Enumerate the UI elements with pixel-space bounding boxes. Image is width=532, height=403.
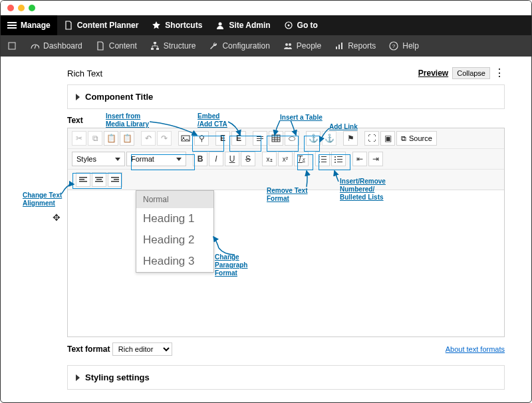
wrench-icon <box>209 41 218 51</box>
svg-rect-2 <box>7 27 17 29</box>
show-blocks-button[interactable]: ▣ <box>380 131 395 146</box>
svg-point-11 <box>289 43 291 46</box>
svg-rect-38 <box>95 177 103 178</box>
cut-button[interactable]: ✂ <box>72 131 86 146</box>
paste-button[interactable]: 📋 <box>104 131 118 146</box>
site-admin-menu[interactable]: Site Admin <box>209 15 277 35</box>
dashboard-link[interactable]: Dashboard <box>23 35 89 57</box>
svg-rect-1 <box>7 25 17 26</box>
manage-menu[interactable]: Manage <box>1 15 57 35</box>
svg-rect-39 <box>96 179 102 180</box>
redo-button[interactable]: ↷ <box>157 131 172 146</box>
about-text-formats-link[interactable]: About text formats <box>446 345 505 353</box>
align-right-button[interactable] <box>108 172 122 187</box>
paste-text-button[interactable]: 📋 <box>120 131 134 146</box>
content-link[interactable]: Content <box>89 35 144 57</box>
page-icon <box>64 21 73 30</box>
strikethrough-button[interactable]: S <box>241 152 255 166</box>
component-title-label: Component Title <box>85 92 153 102</box>
styles-dropdown[interactable]: Styles <box>72 152 125 166</box>
svg-point-3 <box>219 23 222 26</box>
italic-button[interactable]: I <box>209 152 223 166</box>
chevron-down-icon <box>176 158 182 161</box>
anchor-link-button[interactable]: ⚓ <box>306 131 321 146</box>
svg-rect-19 <box>257 136 263 137</box>
svg-rect-21 <box>257 140 261 141</box>
media-library-button[interactable] <box>178 131 193 146</box>
indent-button[interactable]: ⇥ <box>368 152 383 166</box>
preview-link[interactable]: Preview <box>418 68 448 78</box>
superscript-button[interactable]: x² <box>278 152 293 166</box>
svg-point-29 <box>334 156 336 158</box>
link-button[interactable]: ⬭ <box>285 131 299 146</box>
svg-rect-37 <box>79 181 87 182</box>
maximize-button[interactable]: ⛶ <box>364 131 379 146</box>
svg-rect-32 <box>337 159 342 160</box>
source-button[interactable]: ⧉ Source <box>396 131 437 146</box>
format-option-h2[interactable]: Heading 2 <box>136 229 213 251</box>
structure-link[interactable]: Structure <box>144 35 203 57</box>
shortcuts-menu[interactable]: Shortcuts <box>145 15 209 35</box>
blockquote-button[interactable] <box>253 131 267 146</box>
copy-button[interactable]: ⧉ <box>88 131 102 146</box>
numbered-list-button[interactable]: 123 <box>315 152 330 166</box>
svg-point-33 <box>334 162 336 163</box>
embed-cta-e1-button[interactable]: E <box>215 131 230 146</box>
svg-rect-43 <box>111 181 119 182</box>
content-planner-menu[interactable]: Content Planner <box>57 15 146 35</box>
format-option-h3[interactable]: Heading 3 <box>136 251 213 272</box>
underline-button[interactable]: U <box>225 152 239 166</box>
people-link[interactable]: People <box>277 35 328 57</box>
styling-settings-accordion[interactable]: Styling settings <box>67 365 505 390</box>
format-option-normal[interactable]: Normal <box>136 191 213 208</box>
format-label: Format <box>131 155 154 163</box>
target-icon <box>284 21 293 30</box>
bold-button[interactable]: B <box>193 152 207 166</box>
svg-rect-8 <box>151 48 154 50</box>
svg-rect-22 <box>272 135 280 142</box>
component-title-accordion[interactable]: Component Title <box>67 84 505 109</box>
svg-rect-20 <box>257 138 263 139</box>
section-title: Rich Text <box>67 68 102 78</box>
svg-point-5 <box>287 25 289 27</box>
format-option-h1[interactable]: Heading 1 <box>136 208 213 229</box>
maximize-window-button[interactable] <box>29 5 35 11</box>
reports-link[interactable]: Reports <box>328 35 382 57</box>
configuration-link[interactable]: Configuration <box>202 35 276 57</box>
table-button[interactable] <box>269 131 283 146</box>
toolbar-toggle[interactable] <box>1 35 23 57</box>
svg-rect-9 <box>156 48 159 50</box>
embed-button[interactable]: ⚲ <box>194 131 209 146</box>
align-center-button[interactable] <box>92 172 106 187</box>
svg-point-10 <box>285 43 288 46</box>
align-left-button[interactable] <box>76 172 90 187</box>
collapse-button[interactable]: Collapse <box>452 67 490 79</box>
undo-button[interactable]: ↶ <box>141 131 156 146</box>
remove-format-button[interactable]: Tx <box>294 152 309 166</box>
help-icon: ? <box>389 41 398 51</box>
editor-content-area[interactable]: Normal Heading 1 Heading 2 Heading 3 <box>68 190 504 336</box>
more-options-button[interactable]: ⋮ <box>494 68 505 78</box>
shortcuts-label: Shortcuts <box>165 21 202 30</box>
svg-rect-6 <box>9 43 15 49</box>
help-link[interactable]: ?Help <box>382 35 426 57</box>
outdent-button[interactable]: ⇤ <box>352 152 367 166</box>
go-to-menu[interactable]: Go to <box>277 15 325 35</box>
chevron-down-icon <box>115 158 120 161</box>
editor-toolbar: ✂ ⧉ 📋 📋 ↶ ↷ ⚲ E E ⬭ <box>68 128 504 190</box>
people-label: People <box>297 41 321 51</box>
file-icon <box>96 41 105 51</box>
close-window-button[interactable] <box>7 5 14 11</box>
hamburger-icon <box>7 21 17 30</box>
embed-cta-e2-button[interactable]: E <box>231 131 246 146</box>
reports-label: Reports <box>348 41 376 51</box>
format-dropdown[interactable]: Format <box>126 152 186 166</box>
text-format-select[interactable]: Rich editor <box>112 342 172 356</box>
minimize-window-button[interactable] <box>18 5 25 11</box>
unlink-button[interactable]: ⚓ <box>322 131 336 146</box>
subscript-button[interactable]: x₂ <box>262 152 277 166</box>
help-label: Help <box>402 41 419 51</box>
bulleted-list-button[interactable] <box>331 152 346 166</box>
flag-button[interactable]: ⚑ <box>343 131 358 146</box>
star-icon <box>152 21 161 30</box>
